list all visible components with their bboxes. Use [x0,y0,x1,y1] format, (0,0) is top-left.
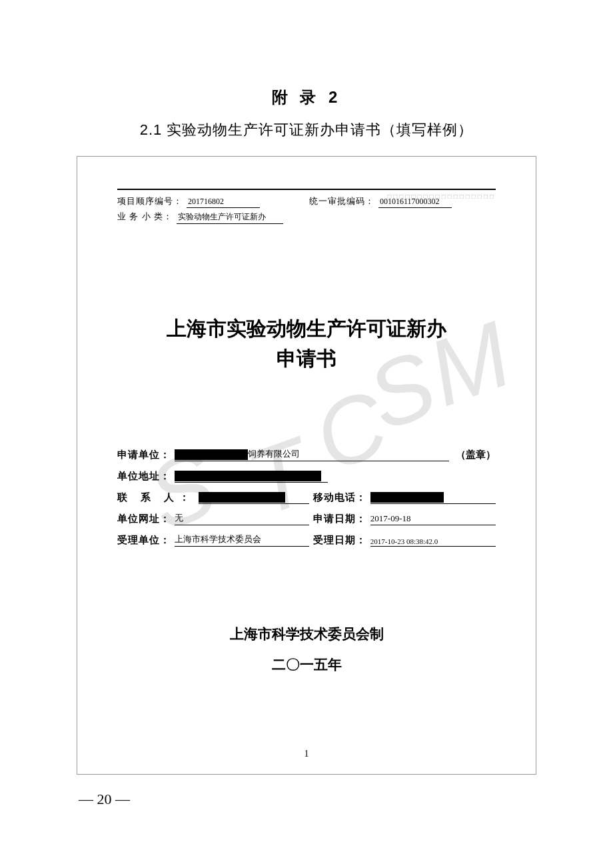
applicant-suffix: 饲养有限公司 [248,448,300,460]
form-main-title: 上海市实验动物生产许可证新办 申请书 [117,313,496,373]
form-code-placeholder: □□□□□□□□□□□□□□□□□□ [387,193,496,200]
inner-page-number: 1 [77,749,536,759]
accept-date-value: 2017-10-23 08:38:42.0 [370,532,496,547]
biz-subtype-label: 业 务 小 类： [117,211,173,223]
approval-code-label: 统一审批编码： [309,195,374,207]
project-no-value: 201716802 [187,197,260,208]
redacted-block [175,449,248,460]
fields-section: 申请单位： 饲养有限公司 （盖章） 单位地址： 联 系 人： [117,447,496,547]
contact-label: 联 系 人： [117,491,195,504]
main-title-line2: 申请书 [117,343,496,373]
apply-date-value: 2017-09-18 [370,511,496,525]
contact-value [199,489,309,504]
website-row: 单位网址： 无 申请日期： 2017-09-18 [117,511,496,525]
website-value: 无 [175,511,309,525]
mobile-value [370,489,496,504]
outer-page-number: — 20 — [79,791,130,808]
redacted-block [199,492,285,503]
contact-row: 联 系 人： 移动电话： [117,489,496,504]
application-form: S T C S M □□□□□□□□□□□□□□□□□□ 项目顺序编号： 201… [77,156,536,775]
applicant-label: 申请单位： [117,449,171,461]
mobile-label: 移动电话： [313,491,366,504]
issuer-block: 上海市科学技术委员会制 二〇一五年 [117,619,496,680]
address-value [175,468,328,483]
appendix-title: 附 录 2 [73,87,540,108]
website-label: 单位网址： [117,513,171,525]
issuer-line2: 二〇一五年 [117,649,496,680]
redacted-block [175,471,321,481]
main-title-line1: 上海市实验动物生产许可证新办 [117,313,496,343]
redacted-block [370,492,444,503]
address-label: 单位地址： [117,470,171,483]
accept-unit-value: 上海市科学技术委员会 [175,532,309,547]
section-title: 2.1 实验动物生产许可证新办申请书（填写样例） [73,120,540,140]
accept-date-label: 受理日期： [313,534,366,547]
page: 附 录 2 2.1 实验动物生产许可证新办申请书（填写样例） S T C S M… [0,0,613,775]
accept-unit-label: 受理单位： [117,534,171,547]
stamp-note: （盖章） [456,449,496,461]
accept-row: 受理单位： 上海市科学技术委员会 受理日期： 2017-10-23 08:38:… [117,532,496,547]
address-row: 单位地址： [117,468,496,483]
project-no-label: 项目顺序编号： [117,195,183,207]
applicant-row: 申请单位： 饲养有限公司 （盖章） [117,447,496,461]
applicant-value: 饲养有限公司 [175,447,449,461]
apply-date-label: 申请日期： [313,513,366,525]
biz-subtype-value: 实验动物生产许可证新办 [177,211,283,224]
issuer-line1: 上海市科学技术委员会制 [117,619,496,649]
